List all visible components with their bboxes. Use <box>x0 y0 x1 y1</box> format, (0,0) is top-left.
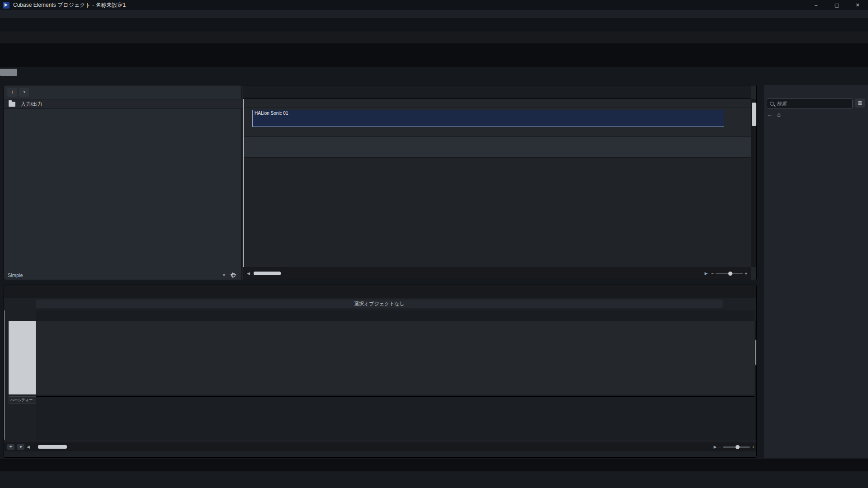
project-vscrollbar[interactable] <box>751 99 757 267</box>
key-editor: 選択オブジェクトなし ベロシティー + ▼ ◀ ▶ −+ <box>4 285 757 458</box>
note-grid[interactable] <box>36 321 755 394</box>
scroll-left-icon[interactable]: ◀ <box>247 271 250 276</box>
editor-toolbar <box>4 285 757 298</box>
close-button[interactable]: ✕ <box>847 0 868 10</box>
project-vscroll-thumb[interactable] <box>752 103 756 126</box>
cubase-logo-icon <box>3 2 9 9</box>
project-hscroll-thumb[interactable] <box>254 272 281 275</box>
editor-vscrollbar[interactable] <box>755 321 757 440</box>
no-selection-label: 選択オブジェクトなし <box>354 300 405 307</box>
folder-icon <box>9 102 15 107</box>
project-window-handle[interactable] <box>0 69 17 76</box>
scroll-left-icon[interactable]: ◀ <box>27 445 30 449</box>
scroll-right-icon[interactable]: ▶ <box>704 271 708 276</box>
editor-status-strip: 選択オブジェクトなし <box>36 300 723 308</box>
visibility-agent-label[interactable]: Simple <box>8 272 23 278</box>
piano-keyboard[interactable] <box>9 321 39 394</box>
track-list: + ◔ 入力/出力 Simple ▼ <box>4 85 242 280</box>
part-name-label: HALion Sonic 01 <box>253 110 724 116</box>
info-line <box>0 43 868 67</box>
home-icon[interactable]: ⌂ <box>777 111 781 118</box>
velocity-lane[interactable] <box>36 396 755 440</box>
editor-zoom-control[interactable]: −+ <box>718 445 755 450</box>
editor-ruler[interactable] <box>36 310 755 321</box>
track-preset-icon[interactable]: ◔ <box>19 88 29 97</box>
io-lane <box>243 99 751 108</box>
scroll-right-icon[interactable]: ▶ <box>713 445 717 449</box>
minimize-button[interactable]: – <box>806 0 826 10</box>
io-channel-row[interactable]: 入力/出力 <box>4 99 242 109</box>
midi-part-halion[interactable]: HALion Sonic 01 <box>252 110 724 127</box>
track2-lane-selected <box>243 137 751 158</box>
search-input[interactable]: 検索 <box>767 99 853 108</box>
track-list-settings-icon[interactable] <box>231 273 236 277</box>
editor-hscroll-thumb[interactable] <box>38 445 67 449</box>
visibility-dropdown-icon[interactable]: ▼ <box>222 273 226 277</box>
search-placeholder: 検索 <box>777 100 787 107</box>
back-icon[interactable]: ← <box>767 111 773 118</box>
window-title: Cubase Elements プロジェクト - 名称未設定1 <box>13 1 126 9</box>
project-window: + ◔ 入力/出力 Simple ▼ HALion Sonic 01 ◀ <box>4 85 757 280</box>
event-display[interactable]: HALion Sonic 01 <box>243 99 751 267</box>
project-hscroll-row: ◀ ▶ −+ <box>243 267 751 280</box>
list-view-icon[interactable]: ≣ <box>855 99 865 108</box>
search-icon <box>770 102 774 106</box>
main-toolbar <box>0 18 868 31</box>
velocity-lane-label[interactable]: ベロシティー <box>9 396 39 404</box>
editor-vscroll-thumb[interactable] <box>755 339 757 366</box>
add-track-button[interactable]: + <box>7 88 17 97</box>
maximize-button[interactable]: ▢ <box>826 0 847 10</box>
project-ruler[interactable] <box>243 85 751 99</box>
lower-zone-tabs <box>0 459 868 471</box>
lane-dropdown-icon[interactable]: ▼ <box>17 444 24 450</box>
io-label: 入力/出力 <box>21 101 42 108</box>
title-bar: Cubase Elements プロジェクト - 名称未設定1 – ▢ ✕ <box>0 0 868 10</box>
menu-bar <box>0 10 868 18</box>
add-lane-button[interactable]: + <box>7 444 14 450</box>
transport-bar <box>0 472 868 488</box>
status-line <box>0 32 868 43</box>
editor-cursor[interactable] <box>4 310 5 440</box>
media-rack: 検索 ≣ ← ⌂ <box>764 85 868 458</box>
project-cursor[interactable] <box>243 99 244 267</box>
editor-hscroll-row: + ▼ ◀ ▶ −+ <box>4 442 757 451</box>
project-zoom-control[interactable]: −+ <box>711 271 747 276</box>
